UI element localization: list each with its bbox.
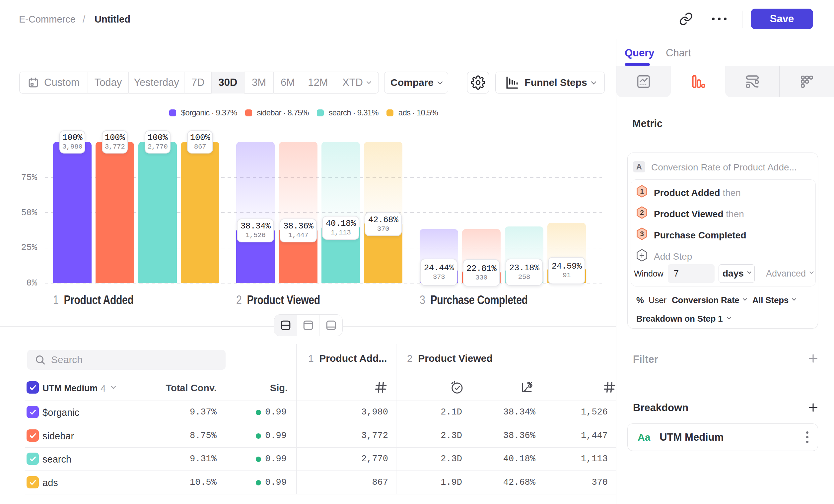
svg-text:2: 2 — [640, 209, 644, 216]
svg-text:3: 3 — [640, 230, 644, 237]
svg-text:1: 1 — [640, 187, 644, 195]
